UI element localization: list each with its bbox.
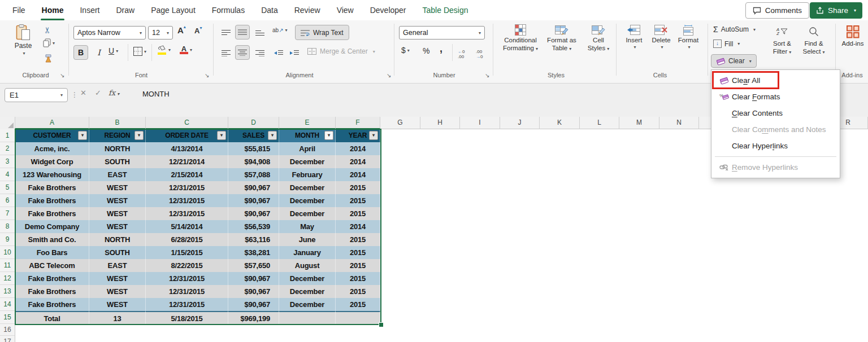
- name-box[interactable]: E1 ▾: [5, 88, 68, 102]
- row-header-4[interactable]: 4: [0, 168, 15, 181]
- orientation-button[interactable]: ab↗ ▾: [272, 27, 288, 33]
- cell-E5[interactable]: December: [279, 181, 336, 194]
- col-header-L[interactable]: L: [580, 117, 619, 129]
- cell-E7[interactable]: December: [279, 207, 336, 220]
- row-header-9[interactable]: 9: [0, 233, 15, 246]
- cell-F14[interactable]: 2015: [336, 298, 380, 311]
- row-header-17[interactable]: 17: [0, 336, 15, 342]
- menu-tab-insert[interactable]: Insert: [80, 0, 99, 20]
- cell-B13[interactable]: WEST: [89, 285, 146, 298]
- add-ins-button[interactable]: Add-ins: [840, 24, 866, 47]
- col-header-C[interactable]: C: [146, 117, 228, 129]
- wrap-text-button[interactable]: Wrap Text: [295, 25, 349, 40]
- cell-F7[interactable]: 2015: [336, 207, 380, 220]
- cell-D14[interactable]: $90,967: [228, 298, 279, 311]
- row-header-8[interactable]: 8: [0, 220, 15, 233]
- cell-F3[interactable]: 2014: [336, 155, 380, 168]
- col-header-I[interactable]: I: [460, 117, 500, 129]
- cell-D6[interactable]: $90,967: [228, 194, 279, 207]
- cell-C8[interactable]: 5/14/2014: [146, 220, 228, 233]
- font-color-button[interactable]: A ▾: [180, 46, 192, 54]
- cell-A10[interactable]: Foo Bars: [15, 246, 89, 259]
- cell-F5[interactable]: 2015: [336, 181, 380, 194]
- font-size-select[interactable]: 12 ▾: [148, 26, 173, 40]
- cell-E11[interactable]: August: [279, 259, 336, 272]
- align-bottom-button[interactable]: [253, 26, 267, 40]
- row-header-14[interactable]: 14: [0, 298, 15, 311]
- header-cell-order-date[interactable]: ORDER DATE▾: [146, 129, 228, 142]
- col-header-J[interactable]: J: [500, 117, 540, 129]
- cell-E10[interactable]: January: [279, 246, 336, 259]
- header-cell-region[interactable]: REGION▾: [89, 129, 146, 142]
- menu-item-clear-formats[interactable]: %Clear Formats: [711, 89, 840, 105]
- sort-filter-button[interactable]: AZ Sort & Filter▾: [766, 24, 798, 55]
- cell-C6[interactable]: 12/31/2015: [146, 194, 228, 207]
- cell-A8[interactable]: Demo Company: [15, 220, 89, 233]
- enter-button[interactable]: ✓: [95, 89, 101, 97]
- cancel-button[interactable]: ✕: [80, 89, 86, 97]
- cell-E13[interactable]: December: [279, 285, 336, 298]
- cell-D5[interactable]: $90,967: [228, 181, 279, 194]
- cell-D4[interactable]: $57,088: [228, 168, 279, 181]
- share-button[interactable]: Share ▾: [810, 2, 862, 19]
- cell-C11[interactable]: 8/22/2015: [146, 259, 228, 272]
- delete-cells-button[interactable]: Delete ▾: [649, 24, 674, 50]
- conditional-formatting-button[interactable]: Conditional Formatting▾: [501, 24, 540, 51]
- cell-C2[interactable]: 4/13/2014: [146, 142, 228, 155]
- cell-A11[interactable]: ABC Telecom: [15, 259, 89, 272]
- menu-tab-developer[interactable]: Developer: [370, 0, 406, 20]
- cell-D7[interactable]: $90,967: [228, 207, 279, 220]
- row-header-6[interactable]: 6: [0, 194, 15, 207]
- cell-C15[interactable]: 5/18/2015: [146, 311, 228, 324]
- col-header-B[interactable]: B: [89, 117, 146, 129]
- cell-F15[interactable]: [336, 311, 380, 324]
- cell-D9[interactable]: $63,116: [228, 233, 279, 246]
- menu-item-clear-contents[interactable]: Clear Contents: [711, 105, 840, 121]
- cell-A12[interactable]: Fake Brothers: [15, 272, 89, 285]
- row-header-10[interactable]: 10: [0, 246, 15, 259]
- cell-B4[interactable]: EAST: [89, 168, 146, 181]
- cell-A4[interactable]: 123 Warehousing: [15, 168, 89, 181]
- row-header-7[interactable]: 7: [0, 207, 15, 220]
- cell-F2[interactable]: 2014: [336, 142, 380, 155]
- cell-A15[interactable]: Total: [15, 311, 89, 324]
- accounting-format-button[interactable]: $ ▾: [401, 46, 410, 55]
- formula-input[interactable]: MONTH: [142, 90, 170, 98]
- menu-tab-draw[interactable]: Draw: [116, 0, 134, 20]
- col-header-H[interactable]: H: [420, 117, 460, 129]
- insert-cells-button[interactable]: Insert ▾: [622, 24, 646, 50]
- cell-B2[interactable]: NORTH: [89, 142, 146, 155]
- increase-indent-button[interactable]: [288, 46, 301, 60]
- cell-B14[interactable]: WEST: [89, 298, 146, 311]
- cell-D10[interactable]: $38,281: [228, 246, 279, 259]
- cell-C3[interactable]: 12/21/2014: [146, 155, 228, 168]
- cell-E9[interactable]: June: [279, 233, 336, 246]
- align-left-button[interactable]: [219, 46, 233, 60]
- cell-D2[interactable]: $55,815: [228, 142, 279, 155]
- cell-F8[interactable]: 2014: [336, 220, 380, 233]
- underline-button[interactable]: U ▾: [108, 46, 118, 55]
- cell-E3[interactable]: December: [279, 155, 336, 168]
- cell-A14[interactable]: Fake Brothers: [15, 298, 89, 311]
- format-cells-button[interactable]: Format ▾: [675, 24, 702, 50]
- increase-decimal-button[interactable]: ←0.00: [458, 45, 465, 59]
- col-header-G[interactable]: G: [380, 117, 420, 129]
- col-header-A[interactable]: A: [15, 117, 89, 129]
- cell-B8[interactable]: WEST: [89, 220, 146, 233]
- cell-E2[interactable]: April: [279, 142, 336, 155]
- col-header-F[interactable]: F: [336, 117, 380, 129]
- filter-button-region[interactable]: ▾: [134, 131, 144, 140]
- menu-tab-review[interactable]: Review: [294, 0, 320, 20]
- menu-tab-home[interactable]: Home: [42, 0, 64, 20]
- cell-B9[interactable]: NORTH: [89, 233, 146, 246]
- menu-tab-formulas[interactable]: Formulas: [212, 0, 245, 20]
- col-header-K[interactable]: K: [540, 117, 580, 129]
- menu-tab-page-layout[interactable]: Page Layout: [151, 0, 196, 20]
- filter-button-month[interactable]: ▾: [324, 131, 333, 140]
- header-cell-year[interactable]: YEAR▾: [336, 129, 380, 142]
- cell-D13[interactable]: $90,967: [228, 285, 279, 298]
- bold-button[interactable]: B: [73, 45, 88, 60]
- cut-button[interactable]: ✂: [44, 25, 51, 35]
- decrease-indent-button[interactable]: [272, 46, 285, 60]
- col-header-M[interactable]: M: [619, 117, 659, 129]
